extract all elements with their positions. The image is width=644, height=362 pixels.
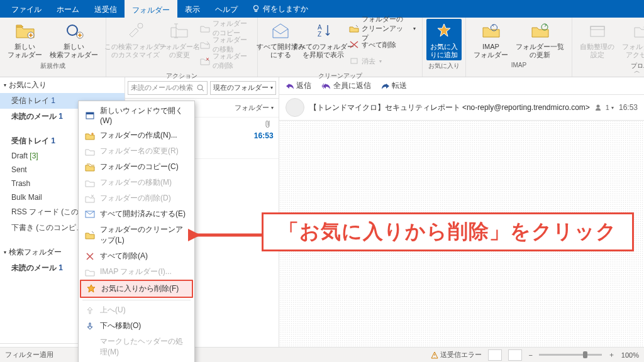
status-left: フィルター適用: [5, 350, 53, 359]
x-icon: [85, 251, 95, 261]
rename-folder-button: フォルダー名 の変更: [161, 19, 197, 60]
new-folder-button[interactable]: 新しい フォルダー: [4, 19, 46, 60]
favorites-header[interactable]: ▾お気に入り: [0, 77, 125, 93]
delete-all-icon: [349, 40, 359, 50]
move-folder-button: フォルダーの移動: [197, 36, 253, 53]
menu-view[interactable]: 表示: [177, 0, 208, 18]
ctx-label: フォルダーの作成(N)...: [100, 130, 177, 141]
people-count[interactable]: 1▾: [595, 104, 614, 111]
purge-label: 消去: [362, 57, 375, 66]
ctx-up: 上へ(U): [80, 302, 193, 318]
reply-button[interactable]: 返信: [286, 80, 311, 91]
ctx-star[interactable]: お気に入りから削除(F): [80, 280, 193, 298]
reply-all-button[interactable]: 全員に返信: [321, 80, 371, 91]
ctx-label: フォルダーのクリーンアップ(L): [100, 224, 188, 246]
svg-rect-1: [255, 10, 257, 12]
purge-button: 消去▾: [347, 53, 418, 69]
ctx-envelope[interactable]: すべて開封済みにする(E): [80, 206, 193, 222]
svg-point-3: [67, 25, 77, 35]
ctx-label: フォルダーの削除(D): [100, 193, 171, 204]
perm-label: フォルダーの アクセス権: [622, 43, 644, 59]
svg-point-18: [197, 85, 203, 90]
new-search-folder-icon: [64, 20, 85, 41]
delete-folder-button: フォルダーの削除: [197, 53, 253, 69]
ctx-window[interactable]: 新しいウィンドウで開く(W): [80, 103, 193, 128]
broom-icon: [349, 23, 359, 33]
up-icon: [85, 305, 95, 315]
customize-search-folder-button: この検索フォルダー のカスタマイズ: [110, 19, 161, 60]
customize-label: この検索フォルダー のカスタマイズ: [104, 43, 167, 59]
ribbon-group-caption: IMAP: [511, 60, 526, 70]
ctx-label: マークしたヘッダーの処理(M): [100, 336, 188, 358]
sort-az-icon: AZ: [313, 20, 334, 41]
imap-folders-button[interactable]: IMAP フォルダー: [470, 19, 512, 60]
view-button-normal[interactable]: [488, 349, 502, 361]
search-scope-dropdown[interactable]: 現在のフォルダー▾: [210, 81, 276, 95]
svg-point-5: [138, 23, 143, 28]
ctx-down[interactable]: 下へ移動(O): [80, 318, 193, 334]
annotation-text: 「お気に入りから削除」をクリック: [279, 218, 617, 246]
ctx-move: フォルダーの移動(M): [80, 175, 193, 190]
ctx-label: フォルダーの移動(M): [100, 177, 172, 188]
delete-label: フォルダーの削除: [213, 52, 251, 70]
ribbon: 新しい フォルダー 新しい 検索フォルダー 新規作成 この検索フォルダー のカス…: [0, 18, 644, 77]
reading-subject: 【トレンドマイクロ】セキュリティレポート <no-reply@reporting…: [309, 102, 590, 113]
rename-label: フォルダー名 の変更: [158, 43, 200, 59]
show-all-sorted-button[interactable]: AZ すべてのフォルダー を昇順で表示: [300, 19, 347, 60]
delete-all-button[interactable]: すべて削除: [347, 36, 418, 53]
zoom-slider[interactable]: [539, 354, 602, 356]
view-button-reading[interactable]: [508, 349, 522, 361]
auto-label: 自動整理の 設定: [580, 43, 614, 59]
delete-all-label: すべて削除: [362, 40, 396, 50]
delete-icon: [85, 194, 95, 204]
menu-help[interactable]: ヘルプ: [208, 0, 245, 18]
purge-icon: [349, 56, 359, 66]
menu-folder[interactable]: フォルダー: [125, 0, 177, 18]
ctx-broom[interactable]: フォルダーのクリーンアップ(L): [80, 222, 193, 248]
envelope-icon: [85, 209, 95, 219]
ribbon-group-properties: 自動整理の 設定 フォルダーの アクセス権 フォルダーの プロパティ プロパティ: [572, 18, 644, 77]
ctx-copy[interactable]: フォルダーのコピー(C): [80, 159, 193, 175]
ctx-x[interactable]: すべて削除(A): [80, 248, 193, 264]
svg-rect-10: [591, 26, 604, 36]
ctx-label: すべて削除(A): [100, 251, 148, 261]
ribbon-collapse-icon[interactable]: ︿: [634, 67, 640, 75]
star-icon: [433, 20, 455, 41]
search-placeholder: 未読のメールの検索: [131, 83, 193, 92]
menu-file[interactable]: ファイル: [4, 0, 49, 18]
folder-cleanup-button[interactable]: フォルダーのクリーンアップ▾: [347, 20, 418, 36]
folder-menu-button[interactable]: フォルダー ▾: [235, 103, 274, 112]
reading-time: 16:53: [619, 103, 638, 112]
message-time: 16:53: [254, 131, 274, 140]
forward-button[interactable]: 転送: [381, 80, 407, 91]
ctx-rename: フォルダー名の変更(R): [80, 143, 193, 159]
zoom-out-button[interactable]: −: [528, 351, 532, 359]
search-icon[interactable]: [197, 84, 204, 92]
svg-point-0: [254, 6, 258, 10]
search-folder-label: 検索フォルダー: [9, 247, 62, 258]
copy-folder-button: フォルダーのコピー: [197, 20, 253, 36]
search-input[interactable]: 未読のメールの検索: [128, 81, 208, 95]
svg-rect-8: [351, 58, 357, 63]
zoom-level: 100%: [621, 351, 639, 359]
ribbon-group-new: 新しい フォルダー 新しい 検索フォルダー 新規作成: [0, 18, 106, 77]
sendreceive-error[interactable]: 送受信エラー: [431, 350, 482, 359]
update-folder-list-button[interactable]: フォルダー一覧 の更新: [512, 19, 568, 60]
none-icon: [85, 342, 95, 352]
tell-me[interactable]: 何をしますか: [245, 0, 314, 18]
new-folder-label: 新しい フォルダー: [8, 43, 42, 59]
imap-icon: [85, 267, 95, 277]
menu-sendreceive[interactable]: 送受信: [87, 0, 125, 18]
add-to-favorites-button[interactable]: お気に入 りに追加: [426, 19, 462, 60]
ctx-newfolder[interactable]: フォルダーの作成(N)...: [80, 128, 193, 143]
svg-text:A: A: [318, 24, 322, 31]
down-icon: [85, 321, 95, 331]
ctx-label: IMAP フォルダー(I)...: [100, 266, 172, 277]
new-search-folder-button[interactable]: 新しい 検索フォルダー: [46, 19, 102, 60]
menu-home[interactable]: ホーム: [49, 0, 87, 18]
chevron-down-icon: ▾: [413, 26, 416, 31]
zoom-in-button[interactable]: ＋: [608, 350, 615, 359]
folder-permissions-button: フォルダーの アクセス権: [618, 19, 644, 60]
svg-text:Z: Z: [318, 31, 321, 38]
rename-icon: [85, 146, 95, 156]
